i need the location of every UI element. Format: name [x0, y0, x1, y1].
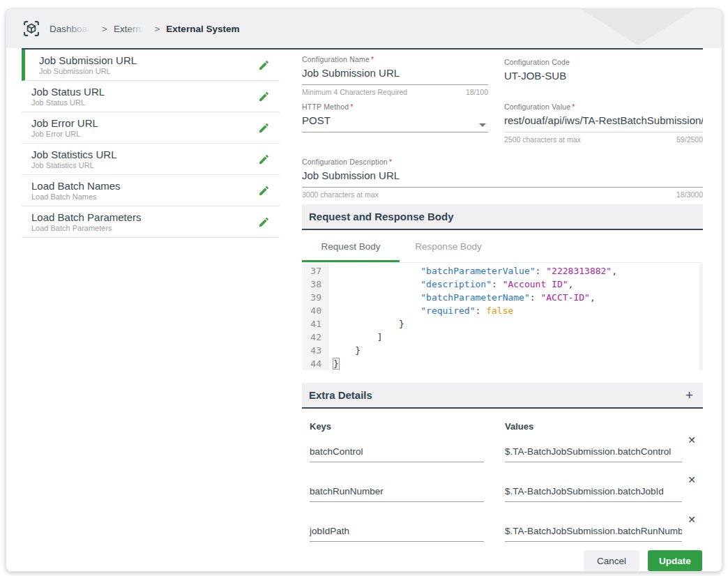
- http-method-select[interactable]: POST: [302, 114, 488, 132]
- line-number: 42: [302, 331, 321, 344]
- app-header: Dashboard>External>External System: [6, 9, 722, 48]
- configuration-description-label: Configuration Description*: [302, 158, 703, 166]
- sidebar-item[interactable]: Load Batch ParametersLoad Batch Paramete…: [22, 206, 280, 238]
- add-row-button[interactable]: +: [685, 388, 693, 402]
- sidebar-item[interactable]: Job Submission URLJob Submission URL: [22, 50, 280, 81]
- keys-column-header: Keys: [310, 421, 331, 432]
- code-line[interactable]: }: [333, 317, 699, 331]
- configuration-name-field: Configuration Name* Job Submission URL M…: [302, 55, 488, 96]
- remove-row-icon[interactable]: ✕: [688, 514, 696, 525]
- cancel-button[interactable]: Cancel: [584, 550, 639, 571]
- breadcrumb-item[interactable]: External System: [166, 24, 239, 34]
- code-line[interactable]: "required": false: [333, 304, 699, 317]
- chevron-down-icon[interactable]: [479, 123, 486, 127]
- sidebar-item-title: Job Statistics URL: [31, 149, 117, 161]
- edit-pencil-icon[interactable]: [258, 153, 270, 165]
- configuration-value-counter: 59/2500: [676, 135, 703, 144]
- breadcrumb-item[interactable]: Dashboard: [50, 24, 96, 34]
- header-watermark-pattern: [581, 9, 695, 45]
- extra-detail-row: jobIdPath$.TA-BatchJobSubmission.batchRu…: [302, 513, 703, 553]
- line-number: 43: [302, 344, 321, 357]
- configuration-value-input[interactable]: rest/ouaf/api/iws/TA-RestBatchSubmission…: [504, 114, 703, 132]
- code-pane[interactable]: "batchParameterValue": "2228313882", "de…: [328, 264, 699, 370]
- required-asterisk: *: [371, 55, 374, 63]
- configuration-description-input[interactable]: Job Submission URL: [302, 169, 703, 188]
- edit-pencil-icon[interactable]: [258, 59, 270, 71]
- breadcrumb-separator: >: [154, 24, 160, 34]
- edit-pencil-icon[interactable]: [258, 91, 270, 103]
- configuration-name-counter: 18/100: [466, 88, 488, 96]
- configuration-name-helper: Minimum 4 Characters Required: [302, 88, 407, 96]
- sidebar-list: Job Submission URLJob Submission URLJob …: [22, 50, 280, 238]
- code-line[interactable]: ]: [333, 331, 699, 344]
- line-number-gutter: 3738394041424344: [302, 264, 328, 370]
- editor-scrollbar[interactable]: [699, 264, 703, 370]
- values-column-header: Values: [505, 421, 533, 432]
- edit-pencil-icon[interactable]: [258, 185, 270, 197]
- code-line[interactable]: }: [333, 357, 699, 370]
- required-asterisk: *: [572, 103, 575, 111]
- extra-detail-row: batchControl$.TA-BatchJobSubmission.batc…: [302, 434, 703, 473]
- required-asterisk: *: [389, 158, 392, 166]
- breadcrumb-item[interactable]: External: [114, 24, 149, 34]
- extra-details-title: Extra Details: [309, 389, 372, 401]
- configuration-value-helper: 2500 characters at max: [504, 135, 581, 144]
- required-asterisk: *: [350, 103, 353, 111]
- sidebar-item-subtitle: Job Statistics URL: [31, 161, 117, 170]
- sidebar-item-title: Load Batch Parameters: [31, 211, 142, 224]
- app-logo-cube-icon: [22, 19, 41, 38]
- content-card: Dashboard>External>External System Job S…: [6, 8, 722, 572]
- configuration-code-value: UT-JOB-SUB: [504, 70, 703, 87]
- extra-details-rows: batchControl$.TA-BatchJobSubmission.batc…: [302, 434, 703, 553]
- breadcrumb: Dashboard>External>External System: [50, 24, 239, 34]
- configuration-value-label: Configuration Value*: [504, 103, 703, 111]
- request-response-title: Request and Response Body: [309, 211, 454, 222]
- extra-details-column-headers: Keys Values: [302, 421, 703, 434]
- key-input[interactable]: batchControl: [310, 446, 484, 462]
- edit-pencil-icon[interactable]: [258, 122, 270, 134]
- line-number: 38: [302, 278, 321, 291]
- line-number: 40: [302, 304, 321, 317]
- code-line[interactable]: }: [333, 344, 699, 357]
- tab-response-body[interactable]: Response Body: [400, 232, 497, 262]
- sidebar-item-title: Job Error URL: [31, 117, 98, 130]
- edit-pencil-icon[interactable]: [258, 216, 270, 228]
- code-line[interactable]: "batchParameterValue": "2228313882",: [333, 264, 699, 278]
- sidebar-item-subtitle: Job Error URL: [31, 130, 98, 139]
- configuration-name-input[interactable]: Job Submission URL: [302, 67, 488, 85]
- configuration-name-label: Configuration Name*: [302, 55, 488, 63]
- configuration-description-helper: 3000 characters at max: [302, 190, 379, 199]
- value-input[interactable]: $.TA-BatchJobSubmission.batchJobId: [505, 486, 682, 502]
- main-panel: Configuration Name* Job Submission URL M…: [302, 50, 703, 571]
- tab-bar: Request BodyResponse Body: [302, 232, 703, 263]
- configuration-value-field: Configuration Value* rest/ouaf/api/iws/T…: [504, 103, 703, 144]
- sidebar-item[interactable]: Job Status URLJob Status URL: [22, 81, 280, 112]
- value-input[interactable]: $.TA-BatchJobSubmission.batchRunNumbe: [505, 526, 682, 542]
- code-line[interactable]: "description": "Account ID",: [333, 278, 699, 291]
- configuration-description-counter: 18/3000: [676, 190, 703, 199]
- sidebar-item-title: Load Batch Names: [31, 180, 121, 192]
- code-line[interactable]: "batchParameterName": "ACCT-ID",: [333, 291, 699, 304]
- update-button[interactable]: Update: [648, 550, 702, 571]
- extra-details-section-header: Extra Details +: [302, 383, 703, 409]
- line-number: 37: [302, 264, 321, 278]
- app-window: Dashboard>External>External System Job S…: [0, 0, 728, 576]
- sidebar-item[interactable]: Load Batch NamesLoad Batch Names: [22, 175, 280, 206]
- remove-row-icon[interactable]: ✕: [688, 434, 696, 446]
- http-method-field: HTTP Method* POST: [302, 103, 488, 132]
- sidebar-item-title: Job Status URL: [31, 86, 105, 98]
- breadcrumb-separator: >: [102, 24, 107, 34]
- configuration-code-field: Configuration Code UT-JOB-SUB: [504, 58, 703, 87]
- value-input[interactable]: $.TA-BatchJobSubmission.batchControl: [505, 446, 682, 462]
- line-number: 44: [302, 357, 321, 370]
- remove-row-icon[interactable]: ✕: [688, 474, 696, 485]
- sidebar-item-subtitle: Load Batch Parameters: [31, 224, 142, 233]
- sidebar-item-subtitle: Job Status URL: [31, 98, 105, 107]
- key-input[interactable]: batchRunNumber: [310, 486, 484, 502]
- sidebar-item-subtitle: Load Batch Names: [31, 192, 121, 202]
- key-input[interactable]: jobIdPath: [310, 526, 484, 542]
- sidebar-item[interactable]: Job Error URLJob Error URL: [22, 112, 280, 144]
- tab-request-body[interactable]: Request Body: [302, 232, 400, 262]
- code-editor[interactable]: 3738394041424344 "batchParameterValue": …: [302, 264, 703, 370]
- sidebar-item[interactable]: Job Statistics URLJob Statistics URL: [22, 144, 280, 175]
